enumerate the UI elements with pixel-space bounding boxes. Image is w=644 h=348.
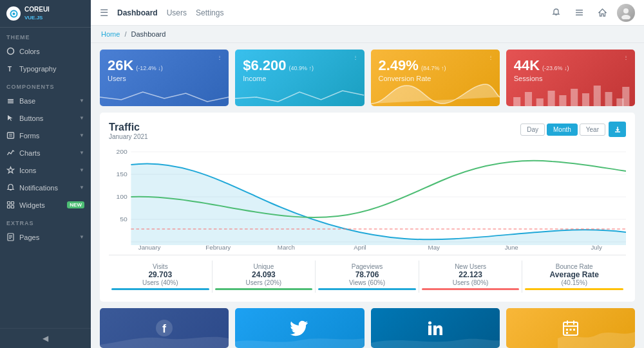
chevron-down-icon: ▼ [79, 133, 84, 138]
svg-text:100: 100 [116, 194, 127, 200]
stat-card-conversion[interactable]: ⋮ 2.49% (84.7% ↑) Conversion Rate [371, 50, 500, 106]
nav-settings[interactable]: Settings [196, 8, 223, 17]
content-area: ⋮ 26K (-12.4% ↓) Users ⋮ $6.200 (40.9% ↑… [91, 43, 644, 348]
logo-text: COREUI VUE.JS [24, 6, 50, 21]
facebook-icon: f [155, 319, 173, 337]
svg-rect-35 [593, 86, 600, 106]
traffic-card: Traffic January 2021 Day Month Year [100, 113, 635, 302]
sidebar-item-forms[interactable]: Forms ▼ [0, 127, 91, 144]
btn-year[interactable]: Year [580, 124, 605, 136]
sidebar-item-notifications[interactable]: Notifications ▼ [0, 179, 91, 196]
sidebar-item-charts[interactable]: Charts ▼ [0, 144, 91, 161]
cursor-icon [6, 114, 15, 122]
svg-rect-32 [559, 95, 566, 106]
svg-text:April: April [354, 245, 366, 251]
stat-label: Pageviews [318, 263, 416, 270]
traffic-stat-pageviews: Pageviews 78.706 Views (60%) [316, 261, 419, 293]
stat-card-sessions[interactable]: ⋮ 44K (-23.6% ↓) Sessions [506, 50, 635, 106]
social-card-facebook[interactable]: f [100, 308, 229, 348]
sidebar-item-label: Pages [19, 234, 39, 241]
breadcrumb: Home / Dashboard [91, 26, 644, 43]
sidebar-item-label: Forms [19, 132, 39, 140]
chevron-down-icon: ▼ [79, 185, 84, 190]
sidebar-collapse-button[interactable]: ◀ [0, 328, 91, 348]
list-icon[interactable] [571, 5, 587, 21]
sidebar-item-widgets[interactable]: Widgets NEW [0, 196, 91, 214]
sidebar-item-label: Colors [19, 48, 40, 55]
svg-text:150: 150 [116, 171, 127, 178]
circle-icon [6, 47, 15, 55]
badge-new: NEW [67, 201, 84, 208]
svg-rect-68 [566, 332, 568, 334]
sidebar-item-typography[interactable]: T Typography [0, 60, 91, 77]
svg-text:June: June [505, 245, 518, 251]
sidebar-item-label: Typography [19, 65, 56, 73]
avatar[interactable] [617, 4, 635, 22]
sidebar-item-icons[interactable]: Icons ▼ [0, 161, 91, 179]
svg-point-1 [12, 12, 15, 15]
star-icon [6, 166, 15, 174]
svg-rect-36 [605, 92, 612, 106]
chevron-down-icon: ▼ [79, 234, 84, 240]
stat-value-sessions: 44K [514, 57, 540, 74]
svg-rect-24 [576, 15, 583, 16]
svg-text:50: 50 [120, 216, 127, 223]
traffic-stats: Visits 29.703 Users (40%) Unique 24.093 … [109, 255, 626, 293]
sidebar-item-label: Charts [19, 149, 40, 157]
notification-bell-icon[interactable] [547, 5, 564, 21]
layers-icon [6, 96, 15, 105]
svg-rect-66 [569, 329, 571, 331]
social-card-linkedin[interactable] [371, 308, 500, 348]
svg-rect-22 [576, 10, 583, 11]
stat-sub: Users (20%) [215, 279, 313, 286]
svg-rect-34 [582, 93, 589, 106]
sidebar-item-label: Icons [19, 167, 36, 174]
svg-rect-28 [513, 97, 520, 106]
nav-users[interactable]: Users [167, 8, 187, 17]
svg-text:February: February [205, 245, 231, 251]
svg-rect-33 [571, 89, 578, 106]
stat-value: 22.123 [422, 270, 520, 279]
svg-text:May: May [428, 245, 440, 251]
svg-rect-67 [573, 329, 575, 331]
sidebar-section-theme: THEME [0, 28, 91, 42]
sidebar-logo[interactable]: COREUI VUE.JS [0, 0, 91, 28]
traffic-subtitle: January 2021 [109, 133, 148, 140]
sidebar-item-pages[interactable]: Pages ▼ [0, 228, 91, 246]
topbar: ☰ Dashboard Users Settings [91, 0, 644, 26]
sidebar-item-colors[interactable]: Colors [0, 42, 91, 60]
breadcrumb-home[interactable]: Home [101, 30, 120, 38]
home-icon[interactable] [594, 5, 611, 21]
btn-month[interactable]: Month [547, 124, 578, 136]
chevron-down-icon: ▼ [79, 98, 84, 104]
sidebar-item-base[interactable]: Base ▼ [0, 92, 91, 109]
chart-icon-button[interactable] [609, 122, 626, 137]
traffic-stat-newusers: New Users 22.123 Users (80%) [419, 261, 523, 293]
svg-rect-59 [428, 325, 431, 335]
stat-sub: Views (60%) [318, 279, 416, 286]
breadcrumb-sep: / [124, 30, 126, 38]
stat-card-income[interactable]: ⋮ $6.200 (40.9% ↑) Income [235, 50, 364, 106]
btn-day[interactable]: Day [520, 124, 545, 136]
svg-marker-11 [8, 167, 14, 174]
topbar-nav: Dashboard Users Settings [117, 8, 223, 17]
stat-label: Visits [111, 263, 209, 270]
svg-rect-15 [8, 206, 10, 208]
sidebar: COREUI VUE.JS THEME Colors T Typography … [0, 0, 91, 348]
sidebar-item-buttons[interactable]: Buttons ▼ [0, 109, 91, 127]
hamburger-button[interactable]: ☰ [100, 7, 108, 19]
svg-rect-29 [525, 92, 532, 106]
stat-label: Bounce Rate [525, 263, 623, 270]
collapse-icon: ◀ [43, 334, 48, 343]
svg-point-2 [8, 48, 14, 55]
logo-icon [6, 6, 21, 21]
svg-point-60 [428, 322, 431, 325]
chevron-down-icon: ▼ [79, 150, 84, 156]
svg-marker-25 [599, 9, 606, 16]
main-area: ☰ Dashboard Users Settings Home / Dashbo… [91, 0, 644, 348]
social-card-calendar[interactable] [506, 308, 635, 348]
nav-dashboard[interactable]: Dashboard [117, 8, 158, 17]
social-card-twitter[interactable] [235, 308, 364, 348]
stat-card-users[interactable]: ⋮ 26K (-12.4% ↓) Users [100, 50, 229, 106]
font-icon: T [6, 64, 15, 73]
